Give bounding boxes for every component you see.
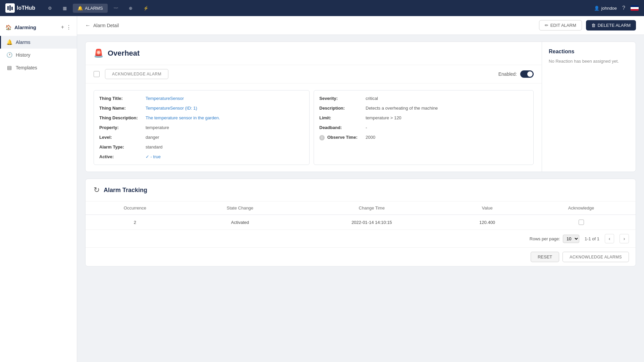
limit-label: Limit: — [319, 115, 363, 120]
tracking-header: ↻ Alarm Tracking — [86, 179, 636, 201]
alarm-type-row: Alarm Type: standard — [99, 144, 304, 149]
back-button[interactable]: ← — [85, 22, 91, 28]
col-occurrence: Occurrence — [86, 201, 184, 215]
sidebar-item-alarms[interactable]: 🔔 Alarms — [0, 36, 77, 49]
property-row: Property: temperature — [99, 125, 304, 130]
nav-table[interactable]: ▦ — [58, 4, 71, 13]
sidebar-title: 🏠 Alarming — [5, 24, 36, 31]
app-container: 🏠 Alarming + ⋮ 🔔 Alarms 🕐 History ▤ Temp… — [0, 16, 644, 362]
cell-state-change: Activated — [184, 215, 296, 230]
edit-icon: ✏ — [545, 23, 548, 28]
page-body: 🚨 Overheat ACKNOWLEDGE ALARM Enabled: — [77, 35, 644, 273]
active-row: Active: ✓ - true — [99, 154, 304, 159]
col-value: Value — [448, 201, 527, 215]
edit-alarm-button[interactable]: ✏ EDIT ALARM — [539, 20, 582, 31]
alarm-tracking-card: ↻ Alarm Tracking Occurrence State Change… — [85, 179, 636, 266]
thing-name-value[interactable]: TemperatureSensor (ID: 1) — [146, 106, 304, 111]
acknowledge-alarms-button[interactable]: ACKNOWLEDGE ALARMS — [562, 252, 629, 262]
dash-icon: ⚡ — [143, 6, 149, 11]
cell-occurrence: 2 — [86, 215, 184, 230]
top-navigation: IoTHub ⚙ ▦ 🔔 ALARMS 〰 ⊕ ⚡ 👤 johndoe ? — [0, 0, 644, 16]
tracking-icon: ↻ — [94, 186, 100, 194]
delete-icon: 🗑 — [591, 23, 596, 28]
sidebar-item-history[interactable]: 🕐 History — [0, 49, 77, 61]
sidebar-header: 🏠 Alarming + ⋮ — [0, 21, 77, 36]
add-icon[interactable]: + — [61, 24, 64, 31]
language-flag[interactable] — [631, 5, 639, 11]
nav-settings[interactable]: ⚙ — [43, 4, 57, 13]
severity-label: Severity: — [319, 96, 363, 101]
tracking-title: Alarm Tracking — [104, 187, 147, 194]
tracking-table-body: 2 Activated 2022-01-14 14:10:15 120.400 — [86, 215, 636, 230]
pagination-next-button[interactable]: › — [620, 234, 629, 243]
table-icon: ▦ — [63, 6, 67, 11]
detail-grids: Thing Title: TemperatureSensor Thing Nam… — [86, 83, 542, 172]
thing-title-value[interactable]: TemperatureSensor — [146, 96, 304, 101]
nav-globe[interactable]: ⊕ — [124, 4, 137, 13]
thing-name-label: Thing Name: — [99, 106, 143, 111]
header-actions: ✏ EDIT ALARM 🗑 DELETE ALARM — [539, 20, 636, 31]
col-change-time: Change Time — [296, 201, 448, 215]
main-content: ← Alarm Detail ✏ EDIT ALARM 🗑 DELETE ALA… — [77, 16, 644, 362]
reactions-title: Reactions — [549, 49, 629, 55]
pagination-prev-button[interactable]: ‹ — [605, 234, 614, 243]
help-button[interactable]: ? — [622, 5, 625, 11]
thing-title-row: Thing Title: TemperatureSensor — [99, 96, 304, 101]
col-state-change: State Change — [184, 201, 296, 215]
property-label: Property: — [99, 125, 143, 130]
right-detail-section: Severity: critical Description: Detects … — [314, 90, 534, 165]
observe-time-label: i Observe Time: — [319, 135, 363, 140]
row-acknowledge-checkbox[interactable] — [579, 220, 584, 225]
enabled-label: Enabled: — [498, 70, 534, 78]
nav-items: ⚙ ▦ 🔔 ALARMS 〰 ⊕ ⚡ — [43, 4, 594, 13]
app-logo[interactable]: IoTHub — [5, 3, 35, 13]
rows-per-page-select[interactable]: 10 20 50 — [563, 235, 579, 243]
thing-desc-row: Thing Description: The temperature senso… — [99, 115, 304, 120]
rows-per-page: Rows per page: 10 20 50 — [530, 235, 579, 243]
user-info[interactable]: 👤 johndoe — [594, 6, 617, 11]
observe-time-value: 2000 — [366, 135, 528, 140]
history-icon: 🕐 — [6, 52, 12, 58]
severity-row: Severity: critical — [319, 96, 528, 101]
table-row: 2 Activated 2022-01-14 14:10:15 120.400 — [86, 215, 636, 230]
description-label: Description: — [319, 106, 363, 111]
alarm-title: Overheat — [108, 49, 140, 58]
enabled-text: Enabled: — [498, 71, 517, 77]
limit-value: temperature > 120 — [366, 115, 528, 120]
alarm-main: 🚨 Overheat ACKNOWLEDGE ALARM Enabled: — [86, 42, 542, 172]
alarms-icon: 🔔 — [6, 39, 12, 45]
enabled-toggle[interactable] — [520, 70, 534, 78]
home-icon: 🏠 — [5, 24, 12, 31]
acknowledge-checkbox[interactable] — [94, 71, 100, 77]
pagination-info: 1-1 of 1 — [585, 236, 599, 241]
tracking-table: Occurrence State Change Change Time Valu… — [86, 201, 636, 230]
svg-rect-1 — [9, 5, 11, 11]
sidebar-alarms-label: Alarms — [16, 40, 31, 45]
nav-alarms-label: ALARMS — [85, 6, 103, 11]
sidebar-item-templates[interactable]: ▤ Templates — [0, 61, 77, 74]
level-label: Level: — [99, 135, 143, 140]
nav-alarms[interactable]: 🔔 ALARMS — [73, 4, 107, 13]
active-value: ✓ - true — [146, 154, 304, 159]
deadband-value: - — [366, 125, 528, 130]
more-icon[interactable]: ⋮ — [66, 24, 71, 31]
nav-trend[interactable]: 〰 — [109, 4, 123, 13]
alarm-type-label: Alarm Type: — [99, 144, 143, 149]
thing-desc-value[interactable]: The temperature sensor in the garden. — [146, 115, 304, 120]
user-icon: 👤 — [594, 6, 599, 11]
sidebar-actions: + ⋮ — [61, 24, 71, 31]
reset-button[interactable]: RESET — [531, 252, 559, 262]
level-value: danger — [146, 135, 304, 140]
globe-icon: ⊕ — [129, 6, 132, 11]
templates-icon: ▤ — [6, 65, 12, 71]
acknowledge-alarm-button[interactable]: ACKNOWLEDGE ALARM — [105, 69, 168, 79]
info-icon[interactable]: i — [319, 135, 325, 140]
col-acknowledge: Acknowledge — [527, 201, 636, 215]
deadband-row: Deadband: - — [319, 125, 528, 130]
nav-dash[interactable]: ⚡ — [139, 4, 153, 13]
delete-alarm-button[interactable]: 🗑 DELETE ALARM — [586, 20, 636, 31]
tracking-table-header-row: Occurrence State Change Change Time Valu… — [86, 201, 636, 215]
active-label: Active: — [99, 154, 143, 159]
thing-title-label: Thing Title: — [99, 96, 143, 101]
tracking-table-head: Occurrence State Change Change Time Valu… — [86, 201, 636, 215]
